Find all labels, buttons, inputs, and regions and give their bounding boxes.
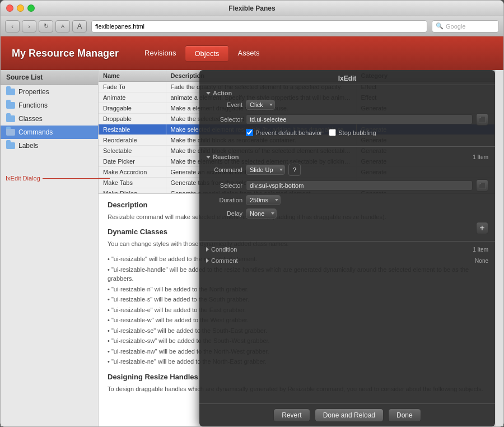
action-section: Action Event Click <box>199 85 495 144</box>
search-bar[interactable]: 🔍 Google <box>432 20 499 33</box>
command-label: Command <box>206 166 242 173</box>
search-placeholder: Google <box>446 23 465 30</box>
sidebar-header: Source List <box>1 70 98 85</box>
text-large-button[interactable]: A <box>72 20 87 33</box>
comment-row[interactable]: Comment None <box>199 255 495 266</box>
delay-select-wrapper: None <box>246 208 277 219</box>
folder-icon-functions <box>6 101 15 110</box>
scrollbar[interactable] <box>495 70 503 426</box>
reaction-section: Reaction 1 Item Command Slide Up <box>199 149 495 239</box>
text-small-button[interactable]: A <box>55 20 70 33</box>
event-row: Event Click <box>206 100 488 110</box>
reaction-header-row: Reaction 1 Item <box>206 154 488 160</box>
checkbox-row: Prevent default behavior Stop bubbling <box>246 129 488 136</box>
window-title: Flexible Panes <box>228 4 275 12</box>
sidebar-label-commands: Commands <box>18 128 53 136</box>
reaction-triangle <box>206 156 211 159</box>
reaction-header[interactable]: Reaction <box>206 154 239 160</box>
divider2 <box>199 241 495 242</box>
selector-input[interactable] <box>246 114 473 124</box>
stop-bubbling-checkbox[interactable]: Stop bubbling <box>329 129 376 136</box>
sidebar-item-commands[interactable]: Commands <box>1 126 98 139</box>
tab-revisions[interactable]: Revisions <box>136 45 185 62</box>
selector2-label: Selector <box>206 182 242 189</box>
nav-tabs: Revisions Objects Assets <box>136 45 268 62</box>
sidebar-label-labels: Labels <box>18 142 38 150</box>
action-label: Action <box>213 90 232 96</box>
divider <box>199 146 495 147</box>
dialog-footer: Revert Done and Reload Done <box>199 403 495 426</box>
reaction-count: 1 Item <box>473 154 488 160</box>
reload-button[interactable]: ↻ <box>39 20 53 33</box>
condition-label: Condition <box>211 246 237 253</box>
selector2-row: Selector ⬛ <box>206 179 488 192</box>
sidebar: Source List Properties Functions <box>1 70 99 426</box>
app-title: My Resource Manager <box>12 48 119 59</box>
stop-bubbling-label: Stop bubbling <box>338 129 376 136</box>
main-layout: Source List Properties Functions <box>1 70 503 426</box>
folder-icon <box>6 87 15 96</box>
add-reaction-btn[interactable]: + <box>476 222 488 234</box>
delay-row: Delay None <box>206 208 488 219</box>
row-name: Droppable <box>99 114 166 124</box>
close-button[interactable] <box>6 4 13 12</box>
duration-select-wrapper: 250ms <box>246 195 281 205</box>
folder-icon-labels <box>6 141 15 150</box>
maximize-button[interactable] <box>27 4 35 12</box>
done-reload-button[interactable]: Done and Reload <box>315 409 384 422</box>
row-name: Resizable <box>99 124 166 135</box>
selector-label: Selector <box>206 116 242 123</box>
command-select-wrapper: Slide Up <box>246 165 285 175</box>
sidebar-item-functions[interactable]: Functions <box>1 99 98 112</box>
comment-arrow-icon <box>206 258 209 263</box>
prevent-default-checkbox[interactable]: Prevent default behavior <box>246 129 322 136</box>
row-name: Date Picker <box>99 156 166 167</box>
sidebar-item-labels[interactable]: Labels <box>1 139 98 152</box>
selector2-btn[interactable]: ⬛ <box>476 179 488 192</box>
row-name: Draggable <box>99 103 166 114</box>
back-button[interactable]: ‹ <box>5 20 20 33</box>
duration-label: Duration <box>206 197 242 203</box>
selector-btn[interactable]: ⬛ <box>476 113 488 126</box>
row-name: Animate <box>99 92 166 103</box>
condition-count: 1 Item <box>473 247 488 253</box>
address-bar[interactable]: flexiblepanes.html <box>91 20 427 33</box>
selector2-input[interactable] <box>246 180 473 191</box>
dialog-title: IxEdit <box>199 70 495 85</box>
tab-assets[interactable]: Assets <box>229 45 269 62</box>
action-header[interactable]: Action <box>206 90 488 96</box>
reaction-label: Reaction <box>213 154 239 160</box>
done-button[interactable]: Done <box>388 409 421 422</box>
comment-label: Comment <box>211 257 238 264</box>
content-area: Name Description Category Fade To Fade t… <box>99 70 495 426</box>
row-name: Selectable <box>99 146 166 156</box>
sidebar-label-properties: Properties <box>18 88 49 96</box>
tab-objects[interactable]: Objects <box>185 45 228 62</box>
prevent-default-label: Prevent default behavior <box>255 129 322 136</box>
col-header-name: Name <box>99 70 166 82</box>
delay-select[interactable]: None <box>246 208 277 219</box>
title-bar: Flexible Panes <box>1 1 503 16</box>
selector-row: Selector ⬛ <box>206 113 488 126</box>
app-header: My Resource Manager Revisions Objects As… <box>1 36 503 70</box>
sidebar-item-classes[interactable]: Classes <box>1 112 98 126</box>
annotation-text: IxEdit Dialog <box>6 175 40 182</box>
event-label: Event <box>206 101 242 108</box>
row-name: Make Dialog <box>99 188 166 194</box>
revert-button[interactable]: Revert <box>273 409 310 422</box>
condition-row[interactable]: Condition 1 Item <box>199 244 495 255</box>
minimize-button[interactable] <box>17 4 24 12</box>
event-select[interactable]: Click <box>246 100 275 110</box>
command-row: Command Slide Up ? <box>206 164 488 176</box>
command-select[interactable]: Slide Up <box>246 165 285 175</box>
sidebar-item-properties[interactable]: Properties <box>1 85 98 99</box>
folder-icon-classes <box>6 114 15 123</box>
comment-value: None <box>475 258 488 264</box>
row-name: Reorderable <box>99 135 166 146</box>
duration-select[interactable]: 250ms <box>246 195 281 205</box>
forward-button[interactable]: › <box>22 20 36 33</box>
folder-icon-commands <box>6 128 15 137</box>
app-content: My Resource Manager Revisions Objects As… <box>1 36 503 426</box>
help-icon[interactable]: ? <box>288 164 301 176</box>
event-select-wrapper: Click <box>246 100 275 110</box>
